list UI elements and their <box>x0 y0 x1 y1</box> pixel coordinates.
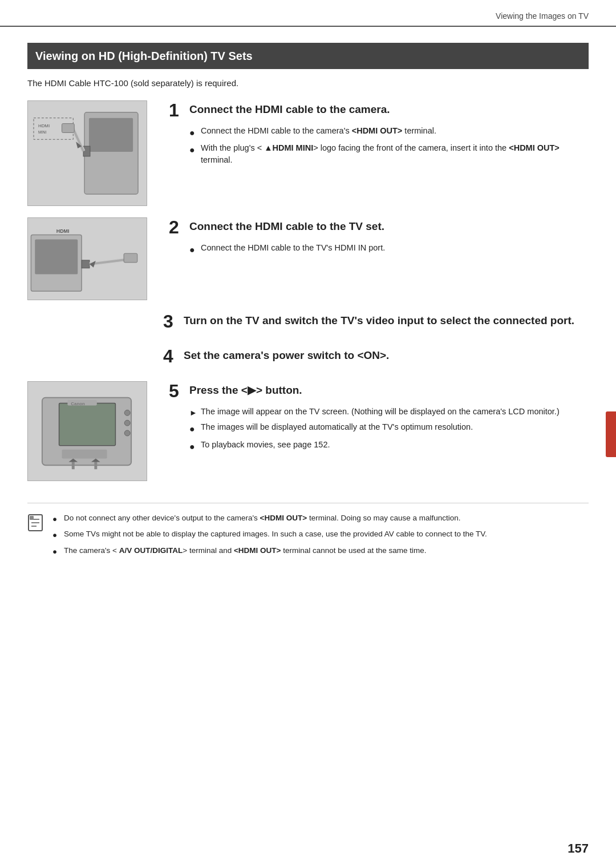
step-5-content: 5 Press the <▶> button. ► The image will… <box>169 381 589 456</box>
step-2-number: 2 <box>169 217 185 237</box>
step-2-image: HDMI <box>27 217 153 300</box>
bullet-dot-icon: ● <box>189 126 197 139</box>
step-4-content: 4 Set the camera's power switch to <ON>. <box>163 346 589 371</box>
svg-text:Canon: Canon <box>71 401 85 406</box>
step-2-bullets: ● Connect the HDMI cable to the TV's HDM… <box>189 242 589 256</box>
page-number: 157 <box>568 839 589 858</box>
notes-list: ● Do not connect any other device's outp… <box>52 512 589 562</box>
step-1-header: 1 Connect the HDMI cable to the camera. <box>169 100 589 120</box>
step-1-bullets: ● Connect the HDMI cable to the camera's… <box>189 125 589 166</box>
svg-point-27 <box>124 430 130 436</box>
arrow-icon: ► <box>189 407 197 418</box>
svg-text:HDMI: HDMI <box>38 123 50 128</box>
bullet-dot-icon: ● <box>189 143 197 156</box>
step-2-bullet-1: ● Connect the HDMI cable to the TV's HDM… <box>189 242 589 256</box>
svg-rect-22 <box>59 403 116 445</box>
step-3-header: 3 Turn on the TV and switch the TV's vid… <box>163 312 589 332</box>
step-5-bullet-1: ► The image will appear on the TV screen… <box>189 406 589 418</box>
note-dot-icon: ● <box>52 546 60 558</box>
step-2-title: Connect the HDMI cable to the TV set. <box>189 217 384 233</box>
svg-rect-3 <box>83 146 90 156</box>
step-4-title: Set the camera's power switch to <ON>. <box>184 346 389 362</box>
steps-area: HDMI MINI 1 Connect the HDMI cable <box>27 100 589 492</box>
svg-point-26 <box>124 420 130 426</box>
header-title: Viewing the Images on TV <box>496 11 589 21</box>
page-header: Viewing the Images on TV <box>0 0 616 27</box>
step-3-row: 3 Turn on the TV and switch the TV's vid… <box>27 312 589 336</box>
step-3-content: 3 Turn on the TV and switch the TV's vid… <box>163 312 589 336</box>
hdmi-requirement: The HDMI Cable HTC-100 (sold separately)… <box>27 77 589 90</box>
step-2-header: 2 Connect the HDMI cable to the TV set. <box>169 217 589 237</box>
page-content: Viewing on HD (High-Definition) TV Sets … <box>0 27 616 584</box>
note-dot-icon: ● <box>52 530 60 541</box>
note-3: ● The camera's < A/V OUT/DIGITAL> termin… <box>52 545 589 558</box>
svg-rect-10 <box>62 123 74 132</box>
step-4-header: 4 Set the camera's power switch to <ON>. <box>163 346 589 366</box>
svg-rect-2 <box>89 118 133 151</box>
step-2-row: HDMI 2 Connect the HDMI cable to the TV … <box>27 217 589 300</box>
step-5-number: 5 <box>169 381 185 401</box>
svg-rect-14 <box>82 260 90 268</box>
step-3-number: 3 <box>163 312 179 332</box>
section-title: Viewing on HD (High-Definition) TV Sets <box>27 43 589 69</box>
step-5-header: 5 Press the <▶> button. <box>169 381 589 401</box>
note-1: ● Do not connect any other device's outp… <box>52 512 589 525</box>
svg-text:MINI: MINI <box>38 130 47 134</box>
right-tab <box>606 411 616 457</box>
notes-icon <box>27 514 46 536</box>
step-2-diagram: HDMI <box>27 217 147 300</box>
step-5-bullets: ► The image will appear on the TV screen… <box>189 406 589 453</box>
step-5-bullet-3: ● To playback movies, see page 152. <box>189 439 589 453</box>
svg-point-25 <box>124 410 130 415</box>
step-1-title: Connect the HDMI cable to the camera. <box>189 100 390 116</box>
step-5-bullet-2: ● The images will be displayed automatic… <box>189 421 589 435</box>
svg-rect-13 <box>35 239 78 274</box>
step-4-row: 4 Set the camera's power switch to <ON>. <box>27 346 589 371</box>
note-2: ● Some TVs might not be able to display … <box>52 528 589 541</box>
bullet-dot-icon: ● <box>189 422 197 435</box>
step-1-content: 1 Connect the HDMI cable to the camera. … <box>169 100 589 169</box>
note-dot-icon: ● <box>52 514 60 525</box>
step-3-title: Turn on the TV and switch the TV's video… <box>184 312 574 328</box>
svg-rect-28 <box>62 450 107 459</box>
step-1-diagram: HDMI MINI <box>27 100 147 206</box>
step-1-bullet-2: ● With the plug's < ▲HDMI MINI> logo fac… <box>189 142 589 166</box>
page-number-bar: 157 <box>0 829 616 868</box>
svg-rect-19 <box>124 253 137 263</box>
step-2-content: 2 Connect the HDMI cable to the TV set. … <box>169 217 589 259</box>
svg-rect-37 <box>30 516 34 520</box>
step-5-title: Press the <▶> button. <box>189 381 302 397</box>
step-1-bullet-1: ● Connect the HDMI cable to the camera's… <box>189 125 589 139</box>
step-1-number: 1 <box>169 100 185 120</box>
svg-text:HDMI: HDMI <box>56 228 70 233</box>
bullet-dot-icon: ● <box>189 440 197 453</box>
step-1-row: HDMI MINI 1 Connect the HDMI cable <box>27 100 589 206</box>
notes-section: ● Do not connect any other device's outp… <box>27 503 589 562</box>
step-5-diagram: Canon <box>27 381 147 481</box>
bullet-dot-icon: ● <box>189 243 197 256</box>
step-5-image: Canon <box>27 381 153 481</box>
step-4-number: 4 <box>163 346 179 366</box>
step-5-row: Canon <box>27 381 589 481</box>
step-1-image: HDMI MINI <box>27 100 153 206</box>
